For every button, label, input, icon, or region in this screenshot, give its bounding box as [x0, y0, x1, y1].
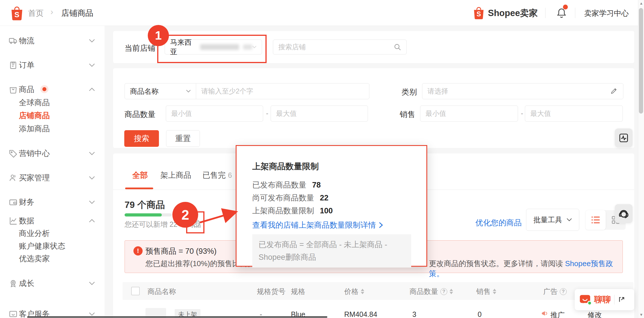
sidebar-item-logistics[interactable]: 物流 [0, 32, 105, 49]
headset-icon [618, 208, 629, 219]
breadcrumb-separator-icon: › [50, 7, 53, 17]
sidebar-item-products[interactable]: 商品 [0, 81, 105, 98]
chevron-down-icon [567, 218, 572, 221]
tab-sold-out-count: 6 [228, 171, 232, 179]
table-header: 商品名称 规格货号 规格 价格 商品数量 ? 销售 广告 ? [123, 282, 633, 300]
sidebar-item-growth[interactable]: 成长 [0, 275, 105, 292]
shop-search-wrap [273, 40, 407, 54]
shopee-logo-icon[interactable]: S [10, 6, 24, 21]
chevron-down-icon [89, 39, 95, 43]
bulk-tools-button[interactable]: 批量工具 [526, 209, 579, 231]
search-icon[interactable] [393, 43, 401, 51]
diagnosis-float-button[interactable] [615, 128, 633, 147]
sidebar-item-preferred-seller[interactable]: 优选卖家 [19, 253, 50, 264]
support-float-button[interactable] [615, 204, 633, 223]
chevron-down-icon [89, 63, 95, 67]
learning-center-link[interactable]: 卖家学习中心 [584, 8, 629, 18]
range-dash: - [266, 109, 268, 117]
sidebar-item-business-insights[interactable]: 商业分析 [19, 228, 50, 239]
sort-icon[interactable] [450, 289, 453, 294]
chevron-down-icon [89, 200, 95, 204]
quantity-max-input[interactable] [271, 106, 368, 122]
quantity-label: 商品数量 [125, 109, 155, 120]
quantity-min-input[interactable] [166, 106, 263, 122]
annotation-rect-1 [157, 35, 267, 63]
chevron-up-icon [89, 219, 95, 223]
sidebar-item-finance[interactable]: 财务 [0, 194, 105, 211]
tab-sold-out[interactable]: 已售完6 [202, 170, 232, 180]
sidebar-item-marketing[interactable]: 营销中心 [0, 145, 105, 162]
megaphone-icon [541, 310, 548, 317]
scrollbar-thumb[interactable] [639, 8, 643, 114]
svg-text:S: S [14, 10, 19, 19]
sales-max-input[interactable] [525, 106, 623, 122]
col-ads[interactable]: 广告 ? [543, 287, 567, 296]
scroll-up-icon[interactable]: ▲ [639, 1, 643, 5]
sidebar-item-orders[interactable]: 订单 [0, 56, 105, 74]
sidebar-item-shop-products[interactable]: 店铺商品 [19, 110, 50, 121]
shop-search-input[interactable] [273, 40, 407, 54]
col-product-name: 商品名称 [147, 287, 176, 296]
scroll-down-icon[interactable]: ▼ [639, 313, 643, 317]
help-question-icon[interactable]: ? [440, 288, 447, 295]
bag-icon [9, 85, 18, 94]
name-filter-select[interactable]: 商品名称 [125, 83, 196, 99]
popup-title: 上架商品数量限制 [252, 161, 319, 172]
breadcrumb-current: 店铺商品 [61, 8, 93, 19]
sidebar-item-global-products[interactable]: 全球商品 [19, 97, 50, 108]
select-all-checkbox[interactable] [131, 287, 140, 295]
sidebar-item-buyer-management[interactable]: 买家管理 [0, 169, 105, 186]
list-view-button[interactable] [586, 210, 606, 230]
chevron-down-icon [89, 176, 95, 180]
chat-bubble-icon [579, 294, 591, 305]
listing-limit-popup: 上架商品数量限制 已发布商品数量78 尚可发布商品数量22 上架商品数量限制10… [236, 145, 427, 267]
sidebar-item-account-health[interactable]: 账户健康状态 [19, 241, 65, 251]
optimize-products-link[interactable]: 优化您的商品 [475, 218, 522, 228]
shopee-brand-logo-icon: S [472, 6, 485, 19]
chat-widget[interactable]: 聊聊 [575, 289, 634, 310]
breadcrumb-home[interactable]: 首页 [28, 8, 44, 18]
popout-icon[interactable] [618, 296, 625, 303]
pulse-icon [619, 133, 629, 143]
col-quantity[interactable]: 商品数量 ? [409, 287, 453, 296]
alert-exclamation-icon: ! [133, 246, 143, 255]
tab-live[interactable]: 架上商品 [160, 170, 191, 180]
chevron-right-icon [379, 222, 383, 228]
sidebar-item-data[interactable]: 数据 [0, 212, 105, 229]
promote-link[interactable]: 推广 [550, 310, 565, 318]
sort-icon[interactable] [493, 289, 496, 294]
col-sales[interactable]: 销售 [476, 287, 496, 296]
edit-link[interactable]: 修改 [588, 310, 602, 318]
popup-detail-link[interactable]: 查看我的店铺上架商品数量限制详情 [252, 220, 383, 230]
reset-button[interactable]: 重置 [166, 130, 200, 147]
sidebar-item-add-product[interactable]: 添加商品 [19, 124, 50, 134]
current-shop-label: 当前店铺 [125, 43, 155, 53]
chevron-down-icon [89, 282, 95, 285]
pencil-icon[interactable] [610, 87, 618, 95]
sort-icon[interactable] [361, 289, 364, 294]
category-input[interactable] [422, 83, 623, 99]
sales-min-input[interactable] [420, 106, 518, 122]
annotation-step-1: 1 [148, 25, 169, 46]
popup-note: 已发布商品 = 全部商品 - 未上架商品 - Shopee删除商品 [252, 234, 411, 268]
alert-line2-right: 更改商品的预售状态。更多详情，请阅读 Shopee预售政策。 [429, 259, 623, 279]
search-button[interactable]: 搜索 [124, 130, 159, 147]
col-price[interactable]: 价格 [344, 287, 364, 296]
notification-dot [563, 5, 568, 9]
tab-all[interactable]: 全部 [132, 170, 148, 180]
popup-row: 尚可发布商品数量22 [252, 193, 328, 203]
listing-progress-bar [125, 213, 172, 216]
clipboard-icon [9, 61, 18, 70]
cell-quantity: 3 [412, 310, 416, 318]
truck-icon [9, 36, 18, 45]
name-filter-input[interactable] [196, 83, 369, 99]
sales-label: 销售 [400, 109, 415, 120]
chat-divider [614, 295, 615, 305]
shopee-seller-page: S 首页 › 店铺商品 S Shopee卖家 卖家学习中心 [0, 0, 644, 318]
scrollbar[interactable]: ▲ ▼ [638, 0, 644, 318]
list-view-icon [591, 216, 600, 224]
chat-label: 聊聊 [594, 294, 611, 305]
help-question-icon[interactable]: ? [560, 288, 567, 295]
cell-sales: 0 [478, 310, 482, 318]
product-count-title: 79 个商品 [125, 199, 165, 211]
